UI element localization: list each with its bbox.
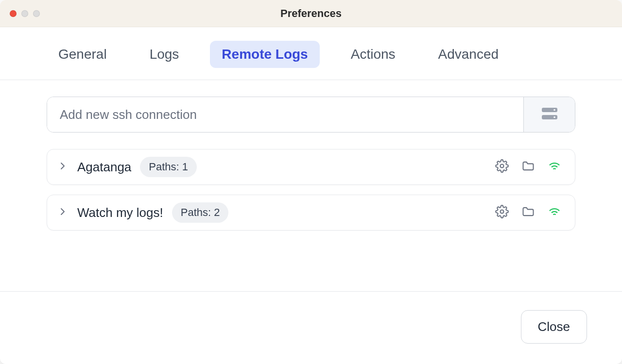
wifi-icon: [548, 205, 561, 220]
tab-general[interactable]: General: [47, 41, 119, 68]
svg-point-4: [501, 165, 504, 168]
connection-status-button[interactable]: [546, 157, 563, 177]
paths-count: 1: [182, 161, 188, 173]
folder-icon: [521, 205, 535, 220]
close-button[interactable]: Close: [521, 310, 587, 344]
add-connection-row: [47, 97, 575, 132]
window-minimize-button[interactable]: [21, 10, 28, 17]
paths-badge: Paths: 2: [172, 202, 229, 223]
window-controls: [10, 10, 40, 17]
preferences-window: Preferences General Logs Remote Logs Act…: [0, 0, 622, 364]
tabs-bar: General Logs Remote Logs Actions Advance…: [0, 27, 622, 80]
paths-count: 2: [214, 206, 220, 219]
connection-status-button[interactable]: [546, 203, 563, 222]
svg-point-2: [553, 109, 555, 111]
tab-remote-logs[interactable]: Remote Logs: [210, 41, 319, 68]
wifi-icon: [548, 159, 561, 175]
svg-point-5: [501, 210, 504, 214]
gear-icon: [495, 205, 509, 220]
window-zoom-button[interactable]: [33, 10, 40, 17]
connection-folder-button[interactable]: [519, 203, 537, 222]
titlebar: Preferences: [0, 0, 622, 27]
connection-name: Watch my logs!: [77, 205, 163, 220]
chevron-right-icon[interactable]: [57, 206, 69, 219]
add-connection-input[interactable]: [47, 97, 523, 132]
paths-badge: Paths: 1: [140, 157, 197, 177]
gear-icon: [495, 159, 509, 175]
paths-label: Paths:: [149, 161, 179, 173]
remote-logs-panel: Agatanga Paths: 1: [0, 80, 622, 291]
paths-label: Paths:: [181, 206, 211, 219]
add-connection-button[interactable]: [523, 97, 575, 132]
window-title: Preferences: [280, 7, 342, 20]
window-close-button[interactable]: [10, 10, 17, 17]
chevron-right-icon[interactable]: [57, 160, 69, 174]
connection-name: Agatanga: [77, 160, 131, 175]
tab-logs[interactable]: Logs: [138, 41, 191, 68]
footer: Close: [0, 291, 622, 364]
tab-advanced[interactable]: Advanced: [427, 41, 511, 68]
connection-settings-button[interactable]: [493, 157, 511, 177]
connection-row[interactable]: Agatanga Paths: 1: [47, 149, 575, 185]
folder-icon: [521, 159, 535, 175]
connection-folder-button[interactable]: [519, 157, 537, 177]
server-icon: [541, 107, 558, 122]
svg-point-3: [553, 116, 555, 118]
tab-actions[interactable]: Actions: [339, 41, 407, 68]
connection-row[interactable]: Watch my logs! Paths: 2: [47, 195, 575, 231]
connection-settings-button[interactable]: [493, 203, 511, 222]
